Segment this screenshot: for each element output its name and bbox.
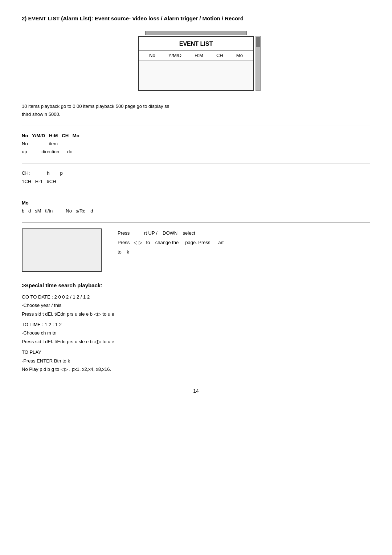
nav-line3: to k (118, 247, 224, 257)
section1-line1: 10 items playback go to 0 00 items playb… (22, 102, 370, 110)
section2: No Y/M/D H:M CH Mo No item up direction … (22, 132, 370, 156)
to-play-sub1: -Press ENTER Btn to k (22, 357, 370, 365)
nav-text: Press rt UP / DOWN select Press ◁ ▷ to c… (118, 228, 224, 257)
section2-line1: No item (22, 140, 370, 148)
header-mo: Mo (236, 53, 243, 58)
navigation-block: Press rt UP / DOWN select Press ◁ ▷ to c… (22, 228, 370, 272)
section4-line2: b d sM tl/tn No s/Rc d (22, 207, 370, 215)
go-to-date-sub1: -Choose year / this (22, 301, 370, 309)
event-list-container: EVENT LIST No Y/M/D H:M CH Mo (22, 31, 370, 91)
nav-image-placeholder (22, 228, 102, 272)
to-play-block: TO PLAY -Press ENTER Btn to k No Play p … (22, 348, 370, 373)
to-time-block: TO TIME : 1 2 : 1 2 -Choose ch m tn Pres… (22, 320, 370, 346)
event-list-body (139, 61, 253, 90)
header-no: No (149, 53, 155, 58)
to-time-sub2: Press sid t dEl. t/Edn prs u sle e b ◁▷ … (22, 337, 370, 346)
page-title: 2) EVENT LIST (Alarm List): Event source… (22, 15, 370, 22)
go-to-date-label: GO TO DATE : 2 0 0 2 / 1 2 / 1 2 (22, 293, 370, 301)
page-number: 14 (22, 388, 370, 394)
section3-line2: 1CH H-1 6CH (22, 178, 370, 186)
section4: Mo b d sM tl/tn No s/Rc d (22, 199, 370, 215)
event-list-title: EVENT LIST (139, 37, 253, 50)
nav-line2: Press ◁ ▷ to change the page. Press art (118, 238, 224, 247)
header-ch: CH (216, 53, 223, 58)
section1: 10 items playback go to 0 00 items playb… (22, 102, 370, 118)
to-play-sub2: No Play p d b g to ◁▷ . px1, x2,x4, x8,x… (22, 365, 370, 373)
header-ymd: Y/M/D (168, 53, 181, 58)
go-to-date-sub2: Press sid t dEl. t/Edn prs u sle e b ◁▷ … (22, 310, 370, 318)
section3: CH: h p 1CH H-1 6CH (22, 169, 370, 185)
special-section: >Special time search playback: GO TO DAT… (22, 282, 370, 374)
nav-line1: Press rt UP / DOWN select (118, 228, 224, 238)
to-time-label: TO TIME : 1 2 : 1 2 (22, 320, 370, 329)
section2-line2: up direction dc (22, 148, 370, 156)
to-time-sub1: -Choose ch m tn (22, 329, 370, 337)
go-to-date-block: GO TO DATE : 2 0 0 2 / 1 2 / 1 2 -Choose… (22, 293, 370, 318)
section3-line1: CH: h p (22, 169, 370, 177)
event-list-header: No Y/M/D H:M CH Mo (139, 50, 253, 61)
event-list-box: EVENT LIST No Y/M/D H:M CH Mo (138, 36, 254, 91)
section4-label: Mo (22, 199, 370, 207)
header-hm: H:M (195, 53, 203, 58)
to-play-label: TO PLAY (22, 348, 370, 356)
section1-line2: third show n 5000. (22, 110, 370, 118)
special-title: >Special time search playback: (22, 282, 370, 288)
section2-headers: No Y/M/D H:M CH Mo (22, 132, 370, 140)
